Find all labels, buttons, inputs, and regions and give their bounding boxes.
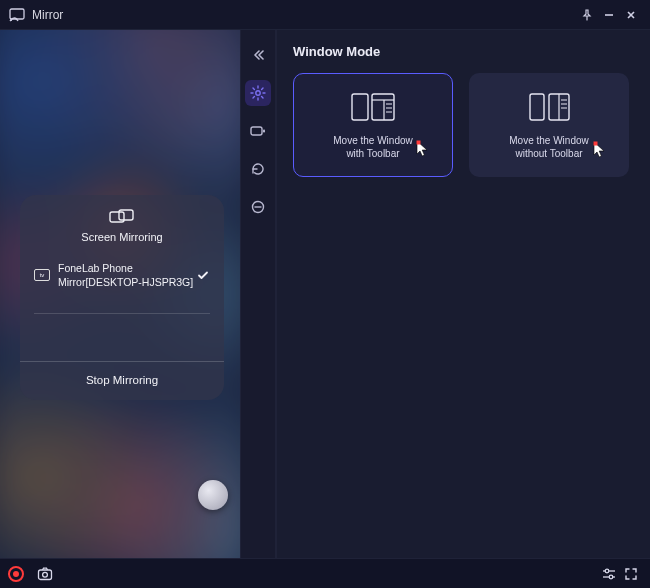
fullscreen-button[interactable] bbox=[620, 563, 642, 585]
svg-point-7 bbox=[256, 91, 260, 95]
mirror-device-row[interactable]: tv FoneLab Phone Mirror[DESKTOP-HJSPR3G] bbox=[20, 253, 224, 297]
minimize-button[interactable] bbox=[598, 4, 620, 26]
mirrored-phone-pane: Screen Mirroring tv FoneLab Phone Mirror… bbox=[0, 30, 240, 558]
settings-panel: Window Mode Move the Window bbox=[276, 30, 650, 558]
window-mode-without-toolbar[interactable]: Move the Window without Toolbar bbox=[469, 73, 629, 177]
rail-history-button[interactable] bbox=[245, 156, 271, 182]
svg-rect-8 bbox=[251, 127, 262, 135]
svg-point-28 bbox=[43, 572, 48, 577]
cursor-icon bbox=[593, 141, 607, 159]
record-button[interactable] bbox=[8, 566, 24, 582]
stop-mirroring-button[interactable]: Stop Mirroring bbox=[20, 361, 224, 400]
device-name: FoneLab Phone Mirror[DESKTOP-HJSPR3G] bbox=[58, 261, 193, 289]
svg-point-30 bbox=[605, 569, 609, 573]
svg-rect-26 bbox=[594, 142, 598, 146]
svg-rect-27 bbox=[39, 570, 52, 580]
side-rail bbox=[240, 30, 276, 558]
svg-rect-9 bbox=[263, 130, 265, 133]
rail-settings-button[interactable] bbox=[245, 80, 271, 106]
mirroring-icon bbox=[109, 209, 135, 227]
divider bbox=[34, 313, 210, 314]
panel-title: Window Mode bbox=[293, 44, 634, 59]
rail-aspect-button[interactable] bbox=[245, 194, 271, 220]
pin-button[interactable] bbox=[576, 4, 598, 26]
close-button[interactable] bbox=[620, 4, 642, 26]
appletv-icon: tv bbox=[34, 269, 50, 281]
assistive-touch-button[interactable] bbox=[198, 480, 228, 510]
svg-rect-13 bbox=[372, 94, 394, 120]
svg-rect-20 bbox=[530, 94, 544, 120]
screen-mirroring-card: Screen Mirroring tv FoneLab Phone Mirror… bbox=[20, 195, 224, 400]
card-label: Move the Window without Toolbar bbox=[509, 134, 588, 161]
bottombar bbox=[0, 558, 650, 588]
svg-rect-19 bbox=[417, 141, 421, 145]
svg-point-1 bbox=[10, 19, 12, 21]
rail-battery-button[interactable] bbox=[245, 118, 271, 144]
svg-rect-0 bbox=[10, 9, 24, 19]
svg-point-32 bbox=[609, 575, 613, 579]
mirroring-title: Screen Mirroring bbox=[20, 231, 224, 243]
window-without-toolbar-icon bbox=[522, 90, 576, 124]
collapse-rail-button[interactable] bbox=[245, 42, 271, 68]
window-with-toolbar-icon bbox=[346, 90, 400, 124]
cursor-icon bbox=[416, 140, 430, 158]
cast-icon bbox=[8, 6, 26, 24]
window-mode-with-toolbar[interactable]: Move the Window with Toolbar bbox=[293, 73, 453, 177]
card-label: Move the Window with Toolbar bbox=[333, 134, 412, 161]
check-icon bbox=[196, 268, 210, 282]
titlebar: Mirror bbox=[0, 0, 650, 30]
screenshot-button[interactable] bbox=[34, 563, 56, 585]
svg-rect-12 bbox=[352, 94, 368, 120]
app-title: Mirror bbox=[32, 8, 63, 22]
adjust-button[interactable] bbox=[598, 563, 620, 585]
